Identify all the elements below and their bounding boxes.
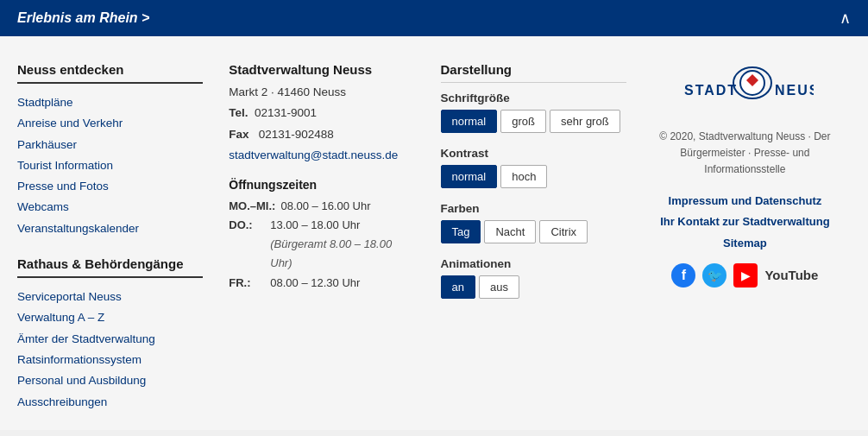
hours-title: Öffnungszeiten	[229, 178, 414, 192]
tel-label: Tel.	[229, 106, 248, 119]
chevron-up-icon[interactable]: ∧	[840, 9, 851, 28]
kontrast-buttons: normalhoch	[441, 165, 626, 188]
animationen-section: Animationen anaus	[441, 257, 626, 299]
nav-link[interactable]: Ratsinformationssystem	[17, 350, 203, 370]
nav-link[interactable]: Ausschreibungen	[17, 392, 203, 413]
section1-title: Neuss entdecken	[17, 62, 203, 84]
hours-list: MO.–MI.: 08.00 – 16.00 Uhr DO.: 13.00 – …	[229, 197, 414, 292]
footer-link-list: Impressum und DatenschutzIhr Kontakt zur…	[652, 191, 838, 255]
farben-label: Farben	[441, 202, 626, 215]
farben-buttons-button[interactable]: Nacht	[484, 220, 536, 243]
col-neuss-entdecken: Neuss entdecken StadtpläneAnreise und Ve…	[17, 62, 216, 413]
nav-link[interactable]: Verwaltung A – Z	[17, 307, 203, 328]
schrift-buttons-button[interactable]: normal	[441, 110, 498, 133]
nav-link[interactable]: Personal und Ausbildung	[17, 370, 203, 391]
stadtv-title: Stadtverwaltung Neuss	[229, 62, 414, 77]
youtube-label: YouTube	[764, 268, 818, 282]
logo-area: STADT NEUSS	[652, 62, 838, 117]
footer-link[interactable]: Ihr Kontakt zur Stadtverwaltung	[652, 212, 838, 233]
col-darstellung: Darstellung Schriftgröße normalgroßsehr …	[428, 62, 639, 413]
schrift-label: Schriftgröße	[441, 92, 626, 104]
address-line: Markt 2 · 41460 Neuss	[229, 82, 414, 103]
nav-link[interactable]: Serviceportal Neuss	[17, 287, 203, 307]
kontrast-label: Kontrast	[441, 147, 626, 160]
kontrast-buttons-button[interactable]: hoch	[500, 165, 547, 188]
schrift-section: Schriftgröße normalgroßsehr groß	[441, 92, 626, 133]
section1-links: StadtpläneAnreise und VerkehrParkhäuserT…	[17, 92, 203, 239]
footer-link[interactable]: Impressum und Datenschutz	[652, 191, 838, 212]
farben-buttons-button[interactable]: Citrix	[539, 220, 588, 243]
schrift-buttons-button[interactable]: groß	[500, 110, 546, 133]
darst-title: Darstellung	[441, 62, 626, 83]
nav-link[interactable]: Parkhäuser	[17, 135, 203, 155]
twitter-icon[interactable]: 🐦	[702, 263, 726, 288]
nav-link[interactable]: Tourist Information	[17, 155, 203, 176]
nav-link[interactable]: Anreise und Verkehr	[17, 113, 203, 134]
farben-buttons-button[interactable]: Tag	[441, 220, 481, 243]
footer-links: Impressum und DatenschutzIhr Kontakt zur…	[652, 191, 838, 255]
tel-value: 02131-9001	[255, 106, 317, 119]
top-bar-title: Erlebnis am Rhein >	[17, 10, 149, 26]
kontrast-buttons-button[interactable]: normal	[441, 165, 498, 188]
nav-link[interactable]: Ämter der Stadtverwaltung	[17, 329, 203, 350]
youtube-icon[interactable]: ▶	[733, 263, 758, 288]
nav-link[interactable]: Webcams	[17, 197, 203, 218]
footer-link[interactable]: Sitemap	[652, 233, 838, 255]
email-line[interactable]: stadtverwaltung@stadt.neuss.de	[229, 145, 414, 166]
animationen-buttons-button[interactable]: aus	[479, 275, 519, 299]
schrift-buttons-button[interactable]: sehr groß	[550, 110, 620, 133]
col-logo: STADT NEUSS © 2020, Stadtverwaltung Neus…	[639, 62, 851, 413]
city-logo: STADT NEUSS	[676, 62, 814, 114]
svg-text:NEUSS: NEUSS	[775, 83, 814, 98]
animationen-buttons-button[interactable]: an	[441, 275, 475, 299]
tel-line: Tel. 02131-9001	[229, 103, 414, 123]
hours-label: FR.:	[229, 274, 265, 293]
email-link[interactable]: stadtverwaltung@stadt.neuss.de	[229, 148, 398, 161]
stadtv-address: Markt 2 · 41460 Neuss Tel. 02131-9001 Fa…	[229, 82, 414, 166]
farben-buttons: TagNachtCitrix	[441, 220, 626, 243]
hours-time: 08.00 – 16.00 Uhr	[280, 197, 370, 216]
footer-main: Neuss entdecken StadtpläneAnreise und Ve…	[0, 36, 868, 430]
hours-time: 08.00 – 12.30 Uhr	[270, 274, 360, 293]
kontrast-section: Kontrast normalhoch	[441, 147, 626, 188]
fax-label: Fax	[229, 128, 248, 141]
col-stadtverwaltung: Stadtverwaltung Neuss Markt 2 · 41460 Ne…	[216, 62, 427, 413]
fax-line: Fax 02131-902488	[229, 124, 414, 145]
animationen-buttons: anaus	[441, 275, 626, 299]
nav-link[interactable]: Stadtpläne	[17, 92, 203, 113]
farben-section: Farben TagNachtCitrix	[441, 202, 626, 243]
top-bar[interactable]: Erlebnis am Rhein > ∧	[0, 0, 868, 36]
nav-link[interactable]: Veranstaltungskalender	[17, 218, 203, 239]
hours-label: MO.–MI.:	[229, 197, 275, 216]
facebook-icon[interactable]: f	[671, 263, 695, 288]
section2-links: Serviceportal NeussVerwaltung A – ZÄmter…	[17, 287, 203, 413]
svg-text:STADT: STADT	[684, 83, 738, 98]
nav-link[interactable]: Presse und Fotos	[17, 176, 203, 197]
footer-legal: © 2020, Stadtverwaltung Neuss · Der Bürg…	[652, 129, 838, 179]
hours-row: MO.–MI.: 08.00 – 16.00 Uhr	[229, 197, 414, 216]
section2-title: Rathaus & Behördengänge	[17, 256, 203, 278]
animationen-label: Animationen	[441, 257, 626, 270]
hours-label: DO.:	[229, 216, 265, 273]
fax-value: 02131-902488	[259, 128, 334, 141]
social-row: f 🐦 ▶ YouTube	[652, 263, 838, 288]
hours-row: DO.: 13.00 – 18.00 Uhr (Bürgeramt 8.00 –…	[229, 216, 414, 273]
hours-time: 13.00 – 18.00 Uhr (Bürgeramt 8.00 – 18.0…	[270, 216, 414, 273]
hours-row: FR.: 08.00 – 12.30 Uhr	[229, 274, 414, 293]
schrift-buttons: normalgroßsehr groß	[441, 110, 626, 133]
